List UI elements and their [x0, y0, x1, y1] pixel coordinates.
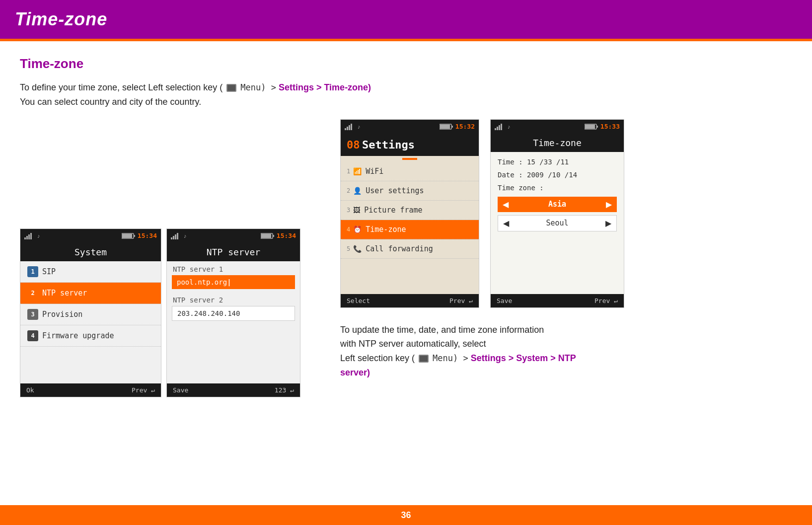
picture-icon: 🖼 [353, 206, 360, 214]
svg-rect-8 [173, 236, 174, 239]
system-ok-btn: Ok [26, 386, 34, 394]
ntp-field2-label: NTP server 2 [167, 292, 300, 306]
status-left: ♪ [24, 232, 40, 239]
system-footer: Ok Prev ↵ [20, 383, 161, 397]
user-icon: 👤 [353, 187, 362, 195]
settings-statusbar: ♪ 15:32 [341, 120, 479, 134]
settings-item-wifi: 1 📶 WiFi [341, 162, 479, 181]
ntp-title: NTP server [207, 247, 260, 257]
sys-num-4: 4 [27, 330, 38, 341]
svg-rect-3 [30, 233, 32, 239]
bottom-code: Menu) > [433, 353, 468, 363]
settings-music-icon: ♪ [358, 124, 361, 130]
screenshots-area: ♪ 15:34 System [20, 119, 792, 397]
settings-footer: Select Prev ↵ [341, 294, 479, 307]
music-icon: ♪ [37, 233, 40, 239]
tz-music-icon: ♪ [508, 124, 511, 130]
bottom-phones: ♪ 15:34 System [20, 228, 300, 397]
page-footer: 36 [0, 505, 812, 525]
svg-rect-27 [597, 126, 598, 128]
svg-rect-19 [440, 125, 450, 129]
settings-timezone-label: Time-zone [366, 225, 406, 234]
menu-icon [226, 84, 236, 92]
item-num-5: 5 [347, 245, 350, 252]
page-header: Time-zone [0, 0, 812, 39]
system-time: 15:34 [138, 232, 157, 239]
svg-rect-17 [351, 124, 352, 130]
system-statusbar: ♪ 15:34 [20, 229, 161, 243]
settings-battery-icon [440, 123, 453, 130]
system-item-4: 4 Firmware upgrade [20, 325, 161, 347]
ntp-status-right: 15:34 [261, 232, 296, 239]
tz-zone-value: Asia [509, 200, 606, 209]
system-screen: ♪ 15:34 System [20, 228, 161, 397]
intro-paragraph: To define your time zone, select Left se… [20, 80, 792, 109]
svg-rect-23 [499, 125, 500, 130]
svg-rect-0 [24, 237, 26, 239]
ntp-footer: Save 123 ↵ [167, 383, 300, 397]
intro-link: Settings > Time-zone) [279, 82, 371, 92]
tz-status-left: ♪ [495, 123, 511, 130]
tz-battery-icon [585, 123, 598, 130]
top-phones: ♪ 15:32 08 Settings [340, 119, 624, 308]
sys-item-label-1: SIP [42, 267, 56, 276]
timezone-screen: ♪ 15:33 Time-zone [490, 119, 624, 308]
tz-prev-btn: Prev ↵ [594, 297, 618, 304]
battery-icon [122, 232, 136, 239]
main-content: Time-zone To define your time zone, sele… [0, 41, 812, 407]
settings-user-label: User settings [366, 186, 424, 195]
system-prev-btn: Prev ↵ [132, 386, 155, 394]
tz-zone-selector: ◀ Asia ▶ [498, 197, 617, 212]
ntp-header: NTP server [167, 243, 300, 261]
tz-zone-label: Time zone : [498, 184, 617, 192]
settings-wifi-label: WiFi [366, 167, 383, 176]
system-title: System [74, 247, 107, 257]
svg-rect-26 [585, 125, 595, 129]
tz-status-right: 15:33 [585, 123, 620, 130]
item-num-4: 4 [347, 226, 350, 233]
settings-time: 15:32 [455, 123, 475, 130]
svg-rect-10 [177, 233, 178, 239]
svg-rect-13 [273, 235, 274, 237]
bottom-text-2: with NTP server automatically, select [340, 339, 486, 349]
tz-date-field: Date : 2009 /10 /14 [498, 171, 617, 179]
settings-item-picture: 3 🖼 Picture frame [341, 201, 479, 220]
tz-right-arrow: ▶ [606, 200, 612, 209]
bottom-menu-icon [419, 355, 429, 363]
tz-header: Time-zone [491, 134, 624, 152]
svg-rect-21 [495, 128, 496, 130]
settings-item-user: 2 👤 User settings [341, 181, 479, 201]
tz-signal-icon [495, 123, 505, 130]
ntp-statusbar: ♪ 15:34 [167, 229, 300, 243]
section-title: Time-zone [20, 56, 792, 72]
intro-text-1: To define your time zone, select Left se… [20, 82, 222, 92]
settings-signal-icon [345, 123, 355, 130]
status-right: 15:34 [122, 232, 157, 239]
settings-status-left: ♪ [345, 123, 361, 130]
sys-num-1: 1 [27, 266, 38, 277]
settings-status-right: 15:32 [440, 123, 475, 130]
ntp-screen: ♪ 15:34 NTP server [166, 228, 300, 397]
svg-rect-15 [347, 127, 348, 130]
page-number: 36 [401, 510, 411, 521]
settings-picture-label: Picture frame [364, 206, 422, 215]
sys-item-label-4: Firmware upgrade [42, 331, 114, 340]
tz-footer: Save Prev ↵ [491, 294, 624, 307]
ntp-music-icon: ♪ [184, 233, 187, 239]
sys-num-2: 2 [27, 288, 38, 299]
svg-rect-2 [28, 234, 30, 239]
bottom-text-area: To update the time, date, and time zone … [340, 323, 613, 380]
svg-rect-22 [497, 127, 498, 130]
ntp-time: 15:34 [277, 232, 296, 239]
svg-rect-12 [261, 234, 271, 238]
settings-title-text: Settings [362, 139, 415, 151]
ntp-123-btn: 123 ↵ [275, 386, 294, 394]
sys-item-label-3: Provision [42, 310, 82, 319]
bottom-text-1: To update the time, date, and time zone … [340, 325, 544, 335]
ntp-field2-value: 203.248.240.140 [172, 306, 295, 321]
settings-item-timezone: 4 ⏰ Time-zone [341, 220, 479, 239]
item-num-1: 1 [347, 168, 350, 175]
left-screenshots: ♪ 15:34 System [20, 219, 300, 397]
tz-save-btn: Save [497, 297, 512, 304]
settings-item-call: 5 📞 Call forwarding [341, 239, 479, 259]
